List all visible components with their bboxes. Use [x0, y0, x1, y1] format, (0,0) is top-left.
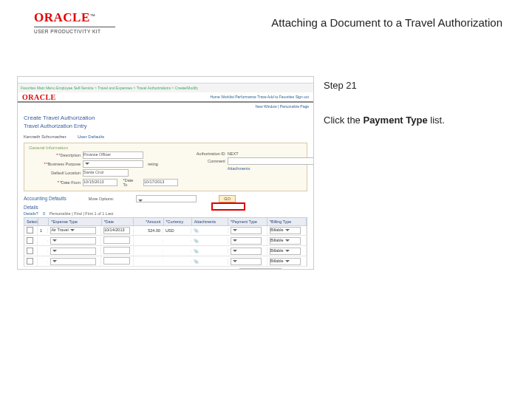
row-checkbox[interactable] [27, 248, 33, 254]
employee-name: Kenneth Schumacher [24, 134, 66, 139]
col-billing-type: *Billing Type [267, 218, 307, 225]
date-input[interactable] [103, 236, 130, 244]
brand-subtitle: USER PRODUCTIVITY KIT [34, 27, 115, 34]
col-payment-type: *Payment Type [228, 218, 267, 225]
col-date: *Date [102, 218, 134, 225]
row-number [38, 250, 48, 252]
auth-label: Authorization ID [191, 151, 225, 156]
billing-type-select[interactable]: Billable [270, 227, 301, 234]
auth-id-value: NEXT [228, 151, 239, 156]
col-currency: *Currency [164, 218, 192, 225]
brand-text: ORACLE [34, 10, 90, 24]
payment-type-select[interactable] [231, 258, 262, 265]
col-attachments: Attachments [192, 218, 228, 225]
table-row: 1Air Travel10/14/2013524.00USD📎Billable [24, 226, 307, 236]
details-header: Details [24, 205, 307, 210]
date-from-input[interactable]: 10/15/2013 [83, 179, 117, 186]
date-input[interactable]: 10/14/2013 [103, 227, 130, 234]
row-number [38, 240, 48, 242]
instruction-pre: Click the [324, 115, 363, 126]
expense-type-select[interactable] [50, 248, 96, 255]
desc-label: *Description [58, 153, 81, 157]
details-tab[interactable]: Details? [24, 211, 38, 216]
paperclip-icon[interactable]: 📎 [194, 259, 199, 264]
table-row: 📎Billable [24, 236, 307, 246]
billing-type-select[interactable]: Billable [270, 237, 301, 245]
instruction-text: Click the Payment Type list. [324, 113, 510, 128]
currency-cell[interactable]: USD [163, 228, 191, 233]
expense-type-select[interactable] [50, 258, 96, 265]
amount-cell[interactable] [134, 250, 163, 252]
comment-label: Comment [191, 159, 225, 163]
app-logo: ORACLE [22, 93, 56, 101]
embedded-screenshot: Favorites Main Menu Employee Self-Servic… [17, 76, 314, 270]
go-button[interactable]: GO [219, 195, 236, 202]
col-amount: *Amount [134, 218, 163, 225]
general-info-panel: General Information **DescriptionFinance… [24, 143, 307, 191]
paperclip-icon[interactable]: 📎 [194, 228, 199, 233]
biz-label: *Business Purpose [47, 162, 81, 166]
instruction-post: list. [428, 115, 445, 126]
highlight-payment-type[interactable] [211, 202, 245, 211]
row-checkbox[interactable] [27, 227, 33, 233]
date-input[interactable] [103, 257, 130, 265]
date-input[interactable] [103, 247, 130, 254]
breadcrumb: Favorites Main Menu Employee Self-Servic… [18, 83, 313, 92]
grid-pager[interactable]: Personalize | Find | First 1 of 1 Last [50, 211, 113, 216]
new-row-date-input[interactable]: 10/14/2013 [239, 268, 282, 270]
page-h1: Create Travel Authorization [24, 115, 307, 121]
table-row: 📎Billable [24, 256, 307, 267]
window-links[interactable]: New Window | Personalize Page [18, 103, 313, 110]
oracle-upk-logo: ORACLE™ USER PRODUCTIVITY KIT [34, 10, 115, 34]
row-number: 1 [38, 228, 48, 233]
row-number [38, 261, 48, 262]
col-expense-type: *Expense Type [49, 218, 101, 225]
step-label: Step 21 [324, 80, 510, 91]
payment-type-select[interactable] [231, 227, 262, 234]
payment-type-select[interactable] [231, 248, 262, 255]
currency-cell[interactable] [163, 250, 191, 252]
page-h2: Travel Authorization Entry [24, 123, 307, 129]
page-title: Attaching a Document to a Travel Authori… [271, 16, 502, 29]
business-purpose-select[interactable] [83, 160, 143, 168]
amount-cell[interactable] [134, 240, 163, 242]
expense-type-select[interactable] [50, 237, 96, 245]
table-row: 📎Billable [24, 246, 307, 256]
payment-type-select[interactable] [231, 237, 262, 245]
currency-cell[interactable] [163, 240, 191, 242]
date-to-input[interactable]: 10/17/2013 [143, 179, 178, 186]
comment-input[interactable] [228, 157, 314, 165]
details-tab-2[interactable]: 0 [43, 211, 45, 216]
instruction-bold: Payment Type [363, 115, 427, 126]
from-label: *Date From [60, 180, 81, 185]
accounting-defaults-link[interactable]: Accounting Defaults [24, 196, 66, 201]
more-options-select[interactable] [136, 195, 197, 202]
default-location-input[interactable]: Santa Cruz [83, 169, 129, 177]
amount-cell[interactable] [134, 261, 163, 262]
top-links[interactable]: Home Worklist Performance Trace Add to F… [210, 95, 309, 99]
paperclip-icon[interactable]: 📎 [194, 239, 199, 243]
col-select: Select [24, 218, 38, 225]
currency-cell[interactable] [163, 261, 191, 262]
user-defaults-link[interactable]: User Defaults [78, 134, 104, 139]
to-label: *Date To [123, 178, 138, 187]
billing-type-select[interactable]: Billable [270, 258, 301, 265]
grid-header: Select *Expense Type *Date *Amount *Curr… [24, 217, 307, 226]
attachments-link[interactable]: Attachments [228, 166, 250, 171]
loc-label: Default Location [29, 171, 81, 175]
description-input[interactable]: Finance Officer [83, 151, 143, 159]
amount-cell[interactable]: 524.00 [134, 228, 163, 233]
row-checkbox[interactable] [27, 258, 33, 265]
more-options-label: More Options: [89, 197, 115, 201]
expense-type-select[interactable]: Air Travel [50, 227, 96, 234]
billing-type-select[interactable]: Billable [270, 248, 301, 255]
row-checkbox[interactable] [27, 237, 33, 244]
paperclip-icon[interactable]: 📎 [194, 249, 199, 253]
